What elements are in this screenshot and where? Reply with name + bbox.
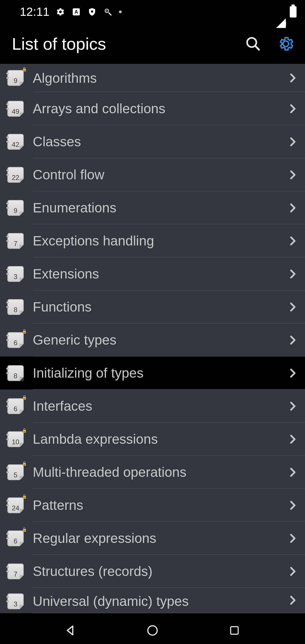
topic-label: Multi-threaded operations xyxy=(33,464,286,480)
status-signal-icon: ! xyxy=(276,5,286,19)
search-icon xyxy=(245,36,261,52)
topic-label: Structures (records) xyxy=(33,564,286,579)
status-shield-icon xyxy=(87,7,97,17)
svg-rect-8 xyxy=(231,627,238,634)
topic-row[interactable]: 10🔒Lambda expressions xyxy=(0,423,305,456)
topic-count: 5 xyxy=(14,471,17,479)
topic-count: 22 xyxy=(12,174,19,182)
topic-count: 42 xyxy=(12,141,19,149)
topic-row[interactable]: 6🔒Regular expressions xyxy=(0,522,305,555)
topic-label: Generic types xyxy=(33,332,286,348)
app-header: List of topics xyxy=(0,24,305,64)
chevron-right-icon xyxy=(286,300,299,314)
topic-label: Regular expressions xyxy=(33,530,286,546)
topic-row[interactable]: 9🔒Algorithms xyxy=(0,64,305,92)
topic-label: Algorithms xyxy=(33,70,286,86)
notepad-icon: 7 xyxy=(7,564,24,579)
svg-line-6 xyxy=(255,46,259,50)
search-button[interactable] xyxy=(239,30,267,57)
topic-label: Patterns xyxy=(33,497,286,513)
square-icon xyxy=(229,625,240,636)
lock-icon: 🔒 xyxy=(22,461,27,466)
status-gear-wrench-icon xyxy=(103,7,113,17)
topic-row[interactable]: 49Arrays and collections xyxy=(0,92,305,125)
topic-row[interactable]: 6🔒Generic types xyxy=(0,323,305,356)
topic-count: 3 xyxy=(14,273,17,281)
chevron-right-icon xyxy=(286,168,299,182)
status-time: 12:11 xyxy=(20,5,49,19)
chevron-right-icon xyxy=(286,532,299,545)
notepad-icon: 6🔒 xyxy=(7,398,24,414)
svg-point-4 xyxy=(106,10,107,11)
nav-recent-button[interactable] xyxy=(223,619,246,642)
topic-count: 9 xyxy=(14,77,17,85)
notepad-icon: 24🔒 xyxy=(7,497,24,513)
topic-row[interactable]: 8Functions xyxy=(0,290,305,323)
notepad-icon: 6🔒 xyxy=(7,530,24,546)
status-settings-icon xyxy=(56,7,65,17)
topic-label: Classes xyxy=(33,134,286,149)
status-dot-icon xyxy=(119,10,122,13)
topic-label: Extensions xyxy=(33,266,286,282)
topic-row[interactable]: 22Control flow xyxy=(0,158,305,191)
topic-count: 9 xyxy=(14,207,17,215)
svg-point-2 xyxy=(91,10,93,13)
topic-row[interactable]: 42Classes xyxy=(0,125,305,158)
chevron-right-icon xyxy=(286,71,299,85)
notepad-icon: 42 xyxy=(7,134,24,150)
chevron-right-icon xyxy=(286,399,299,413)
chevron-right-icon xyxy=(286,234,299,248)
topic-row[interactable]: 6🔒Interfaces xyxy=(0,390,305,423)
topic-row[interactable]: 3Extensions xyxy=(0,257,305,290)
notepad-icon: 9 xyxy=(7,200,24,216)
topic-count: 7 xyxy=(14,240,17,248)
chevron-right-icon xyxy=(286,432,299,446)
lock-icon: 🔒 xyxy=(22,395,27,400)
chevron-right-icon xyxy=(286,267,299,281)
settings-button[interactable] xyxy=(272,30,299,57)
topic-label: Arrays and collections xyxy=(33,101,286,116)
notepad-icon: 5🔒 xyxy=(7,464,24,480)
svg-point-7 xyxy=(148,626,157,635)
topic-row[interactable]: 3Universal (dynamic) types xyxy=(0,588,305,613)
topic-count: 8 xyxy=(14,372,17,380)
topic-label: Functions xyxy=(33,299,286,315)
chevron-right-icon xyxy=(286,366,299,380)
topic-count: 10 xyxy=(12,438,19,446)
status-bar: 12:11 A ! xyxy=(0,0,305,24)
topic-count: 3 xyxy=(14,600,17,608)
topic-count: 24 xyxy=(12,504,19,512)
topic-row[interactable]: 5🔒Multi-threaded operations xyxy=(0,456,305,489)
topic-label: Exceptions handling xyxy=(33,233,286,249)
row-divider xyxy=(33,613,305,613)
topic-row[interactable]: 7Exceptions handling xyxy=(0,224,305,257)
chevron-right-icon xyxy=(286,465,299,479)
topic-count: 49 xyxy=(12,108,19,116)
topic-count: 6 xyxy=(14,339,17,347)
chevron-right-icon xyxy=(286,102,299,116)
notepad-icon: 49 xyxy=(7,101,24,117)
topic-row[interactable]: 9Enumerations xyxy=(0,191,305,224)
notepad-icon: 7 xyxy=(7,233,24,249)
chevron-right-icon xyxy=(286,593,299,607)
topic-label: Enumerations xyxy=(33,200,286,216)
notepad-icon: 3 xyxy=(7,266,24,282)
notepad-icon: 3 xyxy=(7,593,24,609)
topic-row[interactable]: 7Structures (records) xyxy=(0,555,305,588)
system-nav-bar xyxy=(0,613,305,644)
notepad-icon: 10🔒 xyxy=(7,431,24,447)
status-a-box-icon: A xyxy=(71,7,81,17)
triangle-left-icon xyxy=(64,624,77,637)
circle-icon xyxy=(146,624,159,637)
topic-label: Universal (dynamic) types xyxy=(33,593,286,609)
gear-icon xyxy=(277,35,295,53)
nav-home-button[interactable] xyxy=(141,619,164,642)
lock-icon: 🔒 xyxy=(22,494,27,499)
topic-label: Lambda expressions xyxy=(33,431,286,447)
nav-back-button[interactable] xyxy=(59,619,82,642)
topic-row[interactable]: 24🔒Patterns xyxy=(0,489,305,522)
topic-label: Initializing of types xyxy=(33,365,286,381)
notepad-icon: 6🔒 xyxy=(7,332,24,348)
chevron-right-icon xyxy=(286,333,299,347)
topic-row[interactable]: 8Initializing of types xyxy=(0,356,305,390)
